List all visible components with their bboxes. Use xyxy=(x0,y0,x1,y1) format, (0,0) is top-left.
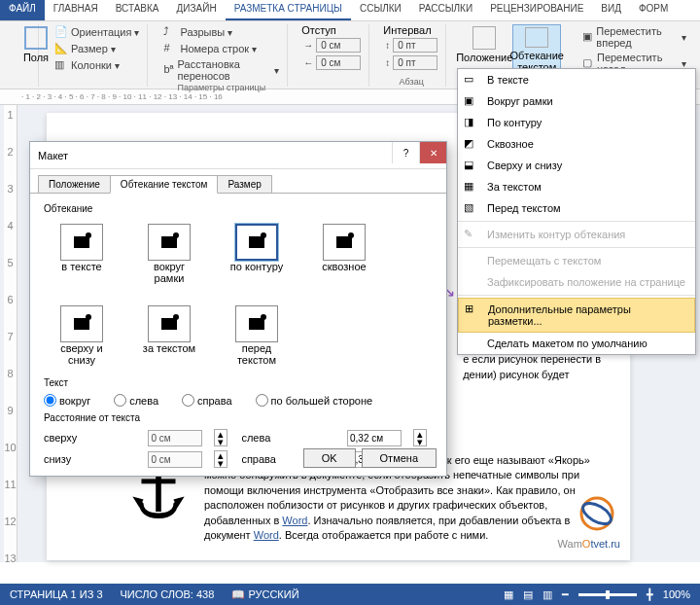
cancel-button[interactable]: Отмена xyxy=(362,448,437,468)
distance-label: Расстояние от текста xyxy=(44,412,433,423)
radio-around[interactable]: вокруг xyxy=(44,394,90,407)
infront-icon: ▧ xyxy=(464,201,479,217)
wrap-opt-inline[interactable]: в тексте xyxy=(52,224,112,284)
wrap-opt-infront[interactable]: перед текстом xyxy=(227,305,287,366)
tab-insert[interactable]: ВСТАВКА xyxy=(107,0,168,20)
dist-top-input[interactable] xyxy=(148,430,202,446)
tab-view[interactable]: ВИД xyxy=(592,0,630,20)
wrap-infront[interactable]: ▧Перед текстом xyxy=(458,197,695,219)
wrap-opt-square[interactable]: вокруг рамки xyxy=(139,224,199,284)
orientation-button[interactable]: 📄Ориентация ▾ xyxy=(52,24,141,40)
wrap-top-bottom[interactable]: ⬓Сверху и снизу xyxy=(458,155,695,176)
indent-left[interactable]: → 0 см xyxy=(301,37,363,53)
dist-left-input[interactable] xyxy=(347,430,402,446)
space-before[interactable]: ↕ 0 пт xyxy=(383,37,439,53)
fix-position: Зафиксировать положение на странице xyxy=(458,271,695,293)
group-paragraph: Абзац xyxy=(383,77,439,87)
tab-mailings[interactable]: РАССЫЛКИ xyxy=(410,0,481,20)
view-print[interactable]: ▤ xyxy=(523,588,533,601)
ok-button[interactable]: OK xyxy=(303,448,356,468)
text-wrap-dropdown: ▭В тексте ▣Вокруг рамки ◨По контуру ◩Скв… xyxy=(457,68,696,355)
tab-format[interactable]: ФОРМ xyxy=(630,0,677,20)
tab-file[interactable]: ФАЙЛ xyxy=(0,0,45,20)
dialog-title: Макет xyxy=(38,150,68,161)
tab-design[interactable]: ДИЗАЙН xyxy=(168,0,226,20)
space-after[interactable]: ↕ 0 пт xyxy=(383,54,439,71)
dialog-tab-position[interactable]: Положение xyxy=(38,175,111,193)
wrap-inline[interactable]: ▭В тексте xyxy=(458,69,695,90)
dialog-tabs: Положение Обтекание текстом Размер xyxy=(30,169,446,194)
tight-icon: ◨ xyxy=(464,116,479,131)
orientation-icon: 📄 xyxy=(54,25,68,39)
wrap-opt-through[interactable]: сквозное xyxy=(314,224,374,284)
behind-icon: ▦ xyxy=(464,180,479,196)
wrap-options: в тексте вокруг рамки по контуру сквозно… xyxy=(44,220,433,370)
status-page[interactable]: СТРАНИЦА 1 ИЗ 3 xyxy=(10,588,103,600)
radio-largest[interactable]: по большей стороне xyxy=(256,394,373,407)
wrap-opt-behind[interactable]: за текстом xyxy=(139,305,199,366)
bring-forward-button[interactable]: ▣Переместить вперед ▾ xyxy=(580,24,688,50)
wrap-through[interactable]: ◩Сквозное xyxy=(458,133,695,155)
doc-fragment: дении) рисунок будет xyxy=(463,368,601,382)
numbers-icon: # xyxy=(163,42,177,55)
doc-paragraph: . Всегда отображается при работе с ними. xyxy=(279,529,489,541)
radio-right[interactable]: справа xyxy=(182,394,232,407)
size-icon: 📐 xyxy=(54,42,68,55)
layout-dialog: Макет ? ✕ Положение Обтекание текстом Ра… xyxy=(29,141,447,477)
zoom-in[interactable]: ╋ xyxy=(647,588,653,601)
more-layout-options[interactable]: ⊞Дополнительные параметры разметки... xyxy=(458,298,695,333)
zoom-slider[interactable] xyxy=(578,593,637,596)
view-read[interactable]: ▦ xyxy=(504,588,513,601)
line-numbers-button[interactable]: #Номера строк ▾ xyxy=(161,41,281,56)
breaks-button[interactable]: ⤴Разрывы ▾ xyxy=(161,24,281,40)
text-section-label: Текст xyxy=(44,377,433,388)
zoom-level[interactable]: 100% xyxy=(663,588,690,600)
link-word[interactable]: Word xyxy=(282,515,307,526)
dialog-tab-size[interactable]: Размер xyxy=(217,175,271,193)
indent-right[interactable]: ← 0 см xyxy=(301,54,363,71)
vertical-ruler: 12345678910111213 xyxy=(4,105,18,562)
dialog-tab-wrap[interactable]: Обтекание текстом xyxy=(110,175,219,194)
tab-review[interactable]: РЕЦЕНЗИРОВАНИЕ xyxy=(481,0,592,20)
watermark: WamOtvet.ru xyxy=(558,536,620,552)
columns-icon: ▥ xyxy=(54,58,68,72)
interval-label: Интервал xyxy=(383,24,439,36)
edit-wrap-points: ✎Изменить контур обтекания xyxy=(458,224,695,245)
size-button[interactable]: 📐Размер ▾ xyxy=(52,41,141,56)
close-button[interactable]: ✕ xyxy=(419,142,446,163)
tab-references[interactable]: ССЫЛКИ xyxy=(351,0,410,20)
tab-home[interactable]: ГЛАВНАЯ xyxy=(45,0,107,20)
spinner[interactable]: ▴▾ xyxy=(214,450,228,468)
dialog-title-bar: Макет ? ✕ xyxy=(30,142,446,169)
ribbon-tabs: ФАЙЛ ГЛАВНАЯ ВСТАВКА ДИЗАЙН РАЗМЕТКА СТР… xyxy=(0,0,700,21)
wrap-square[interactable]: ▣Вокруг рамки xyxy=(458,90,695,112)
radio-left[interactable]: слева xyxy=(114,394,158,407)
status-words[interactable]: ЧИСЛО СЛОВ: 438 xyxy=(121,588,215,600)
edit-points-icon: ✎ xyxy=(464,228,479,243)
wrap-opt-topbot[interactable]: сверху и снизу xyxy=(52,305,112,366)
hyphen-icon: bª xyxy=(163,63,174,77)
dist-left-label: слева xyxy=(241,432,339,444)
status-lang[interactable]: 📖 РУССКИЙ xyxy=(231,588,298,601)
wrap-section-label: Обтекание xyxy=(44,203,433,214)
dist-bottom-label: снизу xyxy=(44,453,140,465)
wrap-opt-tight[interactable]: по контуру xyxy=(227,224,287,284)
hyphenation-button[interactable]: bªРасстановка переносов ▾ xyxy=(161,57,281,83)
svg-rect-2 xyxy=(142,479,176,483)
wrap-behind[interactable]: ▦За текстом xyxy=(458,176,695,197)
set-default-layout[interactable]: Сделать макетом по умолчанию xyxy=(458,333,695,354)
spinner[interactable]: ▴▾ xyxy=(214,429,228,446)
status-bar: СТРАНИЦА 1 ИЗ 3 ЧИСЛО СЛОВ: 438 📖 РУССКИ… xyxy=(0,584,700,605)
zoom-out[interactable]: ━ xyxy=(562,588,569,601)
indent-label: Отступ xyxy=(301,24,363,36)
dist-bottom-input[interactable] xyxy=(148,451,202,468)
columns-button[interactable]: ▥Колонки ▾ xyxy=(52,57,141,73)
link-word[interactable]: Word xyxy=(254,529,279,541)
wrap-tight[interactable]: ◨По контуру xyxy=(458,112,695,133)
move-with-text: Перемещать с текстом xyxy=(458,250,695,271)
tab-page-layout[interactable]: РАЗМЕТКА СТРАНИЦЫ xyxy=(226,0,351,20)
view-web[interactable]: ▥ xyxy=(542,588,552,601)
breaks-icon: ⤴ xyxy=(163,25,177,39)
help-button[interactable]: ? xyxy=(392,142,419,163)
spinner[interactable]: ▴▾ xyxy=(413,429,427,446)
